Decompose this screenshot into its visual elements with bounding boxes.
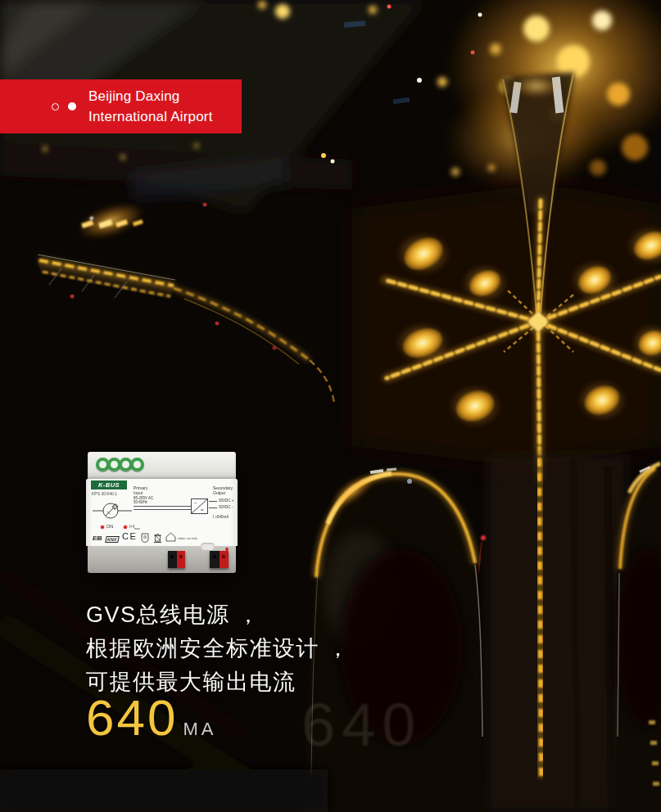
- output-row: 30VDC +: [219, 498, 233, 503]
- eib-logo: EIB: [93, 535, 102, 541]
- cert-shield-icon: [141, 533, 149, 543]
- svg-text:~: ~: [194, 500, 197, 505]
- wire: [209, 501, 217, 502]
- current-value: 640: [86, 692, 178, 743]
- caption-line2: 根据欧洲安全标准设计 ，: [86, 632, 351, 665]
- primary-spec: 85-265V AC50-60Hz: [134, 496, 153, 504]
- primary-input-label: PrimaryInput: [134, 486, 147, 495]
- device-top-housing: [88, 452, 236, 479]
- led-on-indicator: [101, 526, 104, 529]
- secondary-output-label: SecondaryOutput: [213, 486, 233, 495]
- led-on-label: ON: [106, 524, 113, 529]
- svg-text:=: =: [201, 508, 204, 512]
- ce-mark: CE: [122, 531, 137, 541]
- banner-bullets: [52, 102, 76, 111]
- product-image-power-supply: K-BUS KPS 30.640.1 PrimaryInput 85-265V …: [86, 452, 238, 573]
- house-note: indoor use only: [178, 538, 206, 541]
- bullet-circle-outline-icon: [52, 103, 59, 111]
- knx-power-symbol-icon: [93, 500, 132, 521]
- knx-logo: KNX: [105, 536, 119, 543]
- location-line1: Beijing Daxing: [88, 86, 213, 106]
- caption-line1: GVS总线电源 ，: [86, 598, 351, 632]
- bullet-circle-filled-icon: [68, 102, 76, 111]
- wire: [134, 509, 191, 510]
- caption-text: GVS总线电源 ， 根据欧洲安全标准设计 ， 可提供最大输出电流: [86, 598, 351, 699]
- output-current-highlight: 640 MA: [86, 692, 216, 743]
- output-row: 30VDC -: [219, 505, 233, 509]
- location-line2: International Airport: [88, 106, 213, 127]
- device-bottom-housing: [88, 546, 236, 573]
- din-clip-slot: [201, 543, 215, 550]
- current-unit: MA: [183, 719, 216, 740]
- promo-page: 640 Beijing Daxing International Airport…: [0, 0, 661, 812]
- device-front-panel: K-BUS KPS 30.640.1 PrimaryInput 85-265V …: [86, 479, 238, 546]
- wire: [134, 506, 191, 507]
- terminal-block: [168, 551, 185, 568]
- photo-bottom-tarmac: [478, 454, 627, 812]
- bus-terminals: [96, 458, 142, 471]
- model-label: KPS 30.640.1: [92, 491, 117, 496]
- output-current-note: I ≤640mA: [213, 515, 229, 519]
- watermark-640: 640: [301, 690, 422, 760]
- terminal-block: [210, 551, 229, 568]
- led-overcurrent-label: I>Imax: [129, 524, 140, 530]
- green-terminal-icon: [130, 458, 144, 471]
- led-overcurrent-indicator: [124, 526, 127, 529]
- house-icon: [165, 532, 176, 542]
- weee-bin-icon: [154, 533, 161, 543]
- location-name: Beijing Daxing International Airport: [88, 86, 213, 127]
- transformer-symbol-icon: ~=: [191, 498, 208, 514]
- brand-label: K-BUS: [91, 480, 127, 489]
- wire: [209, 508, 217, 508]
- location-banner: Beijing Daxing International Airport: [0, 79, 242, 133]
